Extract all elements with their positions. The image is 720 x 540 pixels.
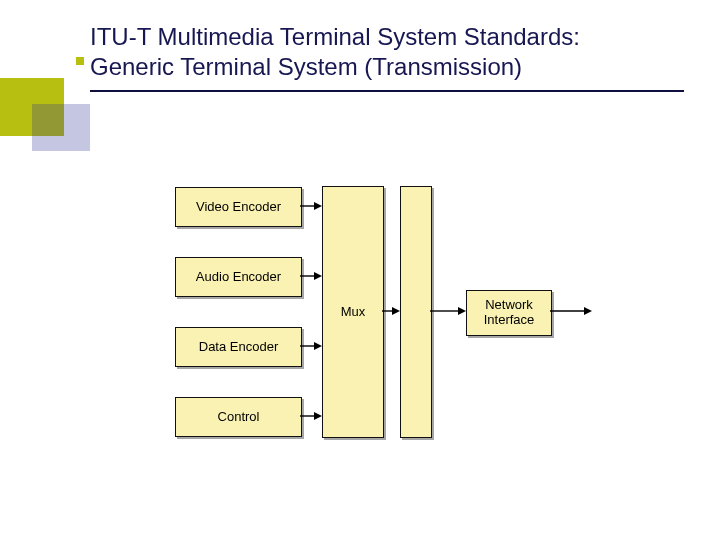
label-control: Control	[218, 410, 260, 425]
title-line-2: Generic Terminal System (Transmission)	[90, 53, 522, 80]
title-line-1: ITU-T Multimedia Terminal System Standar…	[90, 23, 580, 50]
label-video: Video Encoder	[196, 200, 281, 215]
block-audio-encoder: Audio Encoder	[175, 257, 302, 297]
svg-marker-5	[314, 342, 322, 350]
page-title: ITU-T Multimedia Terminal System Standar…	[90, 22, 690, 82]
svg-marker-3	[314, 272, 322, 280]
accent-blue	[32, 104, 90, 151]
label-net-line1: Network	[485, 297, 533, 312]
block-data-encoder: Data Encoder	[175, 327, 302, 367]
block-mux: Mux	[322, 186, 384, 438]
svg-marker-9	[392, 307, 400, 315]
block-video-encoder: Video Encoder	[175, 187, 302, 227]
label-net-line2: Interface	[484, 312, 535, 327]
label-data: Data Encoder	[199, 340, 279, 355]
label-audio: Audio Encoder	[196, 270, 281, 285]
svg-marker-13	[584, 307, 592, 315]
block-control: Control	[175, 397, 302, 437]
label-mux: Mux	[341, 305, 366, 320]
svg-marker-7	[314, 412, 322, 420]
svg-marker-1	[314, 202, 322, 210]
block-network-interface: Network Interface	[466, 290, 552, 336]
label-net: Network Interface	[484, 298, 535, 328]
title-bullet	[76, 57, 84, 65]
block-unnamed-tall	[400, 186, 432, 438]
title-underline	[90, 90, 684, 92]
svg-marker-11	[458, 307, 466, 315]
